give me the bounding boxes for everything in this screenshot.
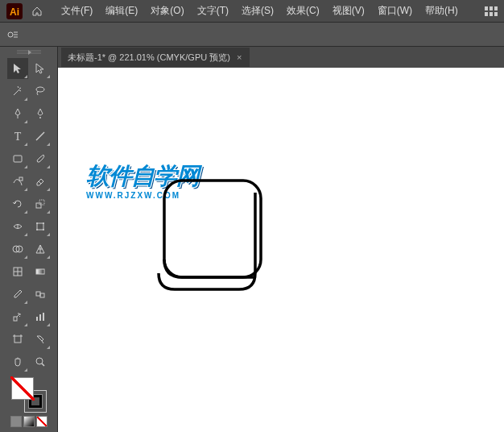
svg-rect-36: [40, 293, 44, 297]
svg-point-46: [36, 358, 43, 364]
workspace-switcher-icon[interactable]: [483, 3, 499, 19]
menu-bar: 文件(F) 编辑(E) 对象(O) 文字(T) 选择(S) 效果(C) 视图(V…: [55, 1, 465, 21]
hand-tool[interactable]: [7, 351, 28, 372]
direct-selection-tool[interactable]: [30, 58, 51, 79]
eyedropper-tool[interactable]: [7, 284, 28, 305]
lasso-tool[interactable]: [30, 81, 51, 102]
width-tool[interactable]: [7, 216, 28, 237]
type-tool[interactable]: T: [7, 126, 28, 147]
svg-line-20: [39, 181, 41, 184]
svg-rect-40: [43, 313, 44, 321]
svg-rect-39: [39, 314, 41, 321]
svg-point-27: [36, 229, 38, 231]
tab-title: 未标题-1* @ 221.01% (CMYK/GPU 预览): [68, 52, 230, 64]
menu-effect[interactable]: 效果(C): [280, 1, 326, 21]
color-section: [6, 377, 52, 432]
scale-tool[interactable]: [30, 193, 51, 214]
magic-wand-tool[interactable]: [7, 81, 28, 102]
menu-select[interactable]: 选择(S): [235, 1, 280, 21]
svg-text:T: T: [14, 131, 21, 143]
svg-rect-4: [494, 6, 498, 10]
shape-builder-tool[interactable]: [7, 239, 28, 260]
svg-rect-34: [36, 269, 44, 274]
color-mode-gradient[interactable]: [23, 416, 35, 427]
options-bar: [0, 23, 504, 47]
svg-rect-19: [19, 177, 23, 181]
rectangle-tool[interactable]: [7, 148, 28, 169]
menu-edit[interactable]: 编辑(E): [99, 1, 144, 21]
home-icon[interactable]: [27, 2, 47, 21]
svg-rect-22: [39, 200, 44, 205]
canvas-artwork: [155, 177, 271, 293]
no-selection-icon[interactable]: [5, 27, 21, 43]
curvature-tool[interactable]: [30, 103, 51, 124]
svg-rect-56: [164, 181, 261, 277]
mesh-tool[interactable]: [7, 261, 28, 282]
gradient-tool[interactable]: [30, 261, 51, 282]
document-tab[interactable]: 未标题-1* @ 221.01% (CMYK/GPU 预览) ×: [61, 48, 250, 67]
svg-rect-35: [36, 292, 40, 296]
column-graph-tool[interactable]: [30, 306, 51, 327]
svg-rect-7: [494, 12, 498, 16]
main-area: T: [0, 47, 504, 432]
document-tabs: 未标题-1* @ 221.01% (CMYK/GPU 预览) ×: [58, 47, 504, 68]
svg-rect-24: [37, 223, 43, 230]
menu-window[interactable]: 窗口(W): [371, 1, 419, 21]
free-transform-tool[interactable]: [30, 216, 51, 237]
svg-line-17: [36, 132, 44, 140]
svg-point-25: [36, 222, 38, 224]
selection-tool[interactable]: [7, 58, 28, 79]
svg-line-47: [42, 363, 44, 366]
canvas[interactable]: 软件自学网 WWW.RJZXW.COM: [58, 68, 504, 432]
document-area: 未标题-1* @ 221.01% (CMYK/GPU 预览) × 软件自学网 W…: [58, 47, 504, 432]
slice-tool[interactable]: [30, 329, 51, 350]
toolbox: T: [0, 47, 58, 432]
svg-rect-3: [490, 6, 493, 10]
svg-rect-2: [485, 6, 488, 10]
svg-point-28: [43, 229, 44, 231]
toolbox-handle[interactable]: [5, 50, 53, 55]
top-right-controls: [483, 3, 499, 19]
svg-rect-18: [14, 156, 22, 162]
menu-type[interactable]: 文字(T): [191, 1, 235, 21]
menu-file[interactable]: 文件(F): [55, 1, 99, 21]
menu-help[interactable]: 帮助(H): [419, 1, 465, 21]
pen-tool[interactable]: [7, 103, 28, 124]
rotate-tool[interactable]: [7, 193, 28, 214]
tab-close-icon[interactable]: ×: [235, 52, 243, 62]
paintbrush-tool[interactable]: [30, 148, 51, 169]
svg-rect-21: [36, 203, 41, 208]
svg-rect-41: [14, 336, 21, 343]
artboard-tool[interactable]: [7, 329, 28, 350]
svg-point-15: [39, 117, 41, 118]
svg-rect-37: [14, 317, 17, 321]
zoom-tool[interactable]: [30, 351, 51, 372]
blend-tool[interactable]: [30, 284, 51, 305]
menu-object[interactable]: 对象(O): [144, 1, 190, 21]
svg-point-8: [8, 32, 13, 37]
svg-point-26: [43, 222, 44, 224]
color-mode-none[interactable]: [36, 416, 48, 427]
fill-stroke-swatch[interactable]: [11, 377, 47, 413]
eraser-tool[interactable]: [30, 171, 51, 192]
app-logo: Ai: [5, 2, 24, 21]
symbol-sprayer-tool[interactable]: [7, 306, 28, 327]
tool-grid: T: [6, 56, 52, 374]
perspective-grid-tool[interactable]: [30, 239, 51, 260]
color-modes: [10, 416, 48, 427]
svg-rect-5: [485, 12, 488, 16]
fill-color[interactable]: [11, 377, 34, 400]
line-segment-tool[interactable]: [30, 126, 51, 147]
svg-rect-38: [36, 317, 38, 321]
menu-view[interactable]: 视图(V): [326, 1, 371, 21]
top-bar: Ai 文件(F) 编辑(E) 对象(O) 文字(T) 选择(S) 效果(C) 视…: [0, 0, 504, 23]
shaper-tool[interactable]: [7, 171, 28, 192]
color-mode-solid[interactable]: [10, 416, 22, 427]
svg-rect-6: [490, 12, 493, 16]
svg-text:Ai: Ai: [10, 6, 19, 18]
